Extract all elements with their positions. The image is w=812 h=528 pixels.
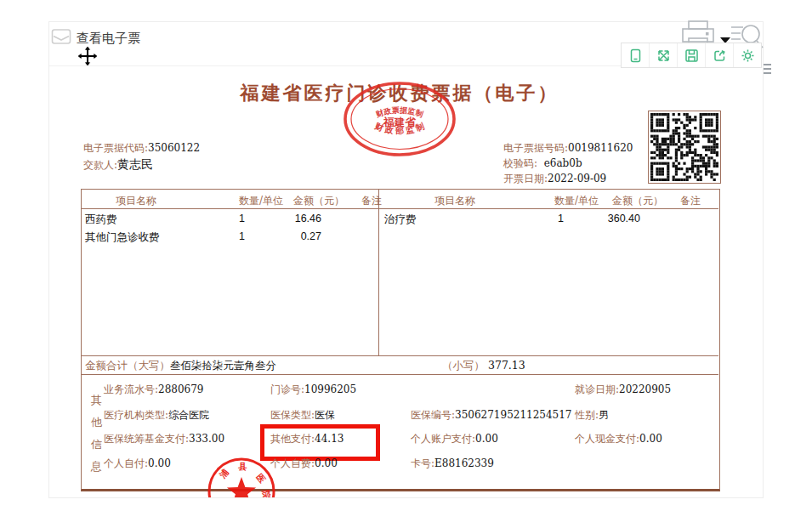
field-check-code: 校验码: e6ab0b [503,156,582,171]
export-icon [713,48,727,63]
clipped-edge-icon [764,61,771,82]
col-header-note-left: 备注 [346,194,397,208]
other-info-label-char: 信 [91,437,102,452]
screen: { "viewer": { "title": "查看电子票", "icons":… [0,0,812,528]
stamp-char: 县 [238,462,247,471]
envelope-icon [51,28,71,45]
total-row-top-line [81,355,718,356]
hospital-stamp: 浦 县 医 院 [202,455,281,497]
total-amount: （小写） 377.13 [442,359,525,373]
export-button[interactable] [706,43,734,67]
field-insurance-type: 医保类型:医保 [270,408,335,423]
item-amount: 360.40 [574,213,640,224]
qr-code [648,111,721,184]
save-button[interactable] [678,43,706,67]
stamp-char: 医 [254,472,267,485]
field-issue-date: 开票日期:2022-09-09 [503,172,606,186]
save-icon [684,48,699,63]
field-personal-cash-payment: 个人现金支付:0.00 [575,432,662,446]
mobile-view-button[interactable] [622,43,650,67]
field-outpatient-number: 门诊号:10996205 [270,383,356,397]
col-header-amount-right: 金额（元） [604,194,672,208]
stamp-char: 院 [261,489,272,497]
other-info-label-char: 息 [91,459,102,474]
field-card-number: 卡号:E88162339 [411,457,494,471]
total-capital: 金额合计（大写）叁佰柒拾柒元壹角叁分 [85,359,276,373]
move-cursor-icon [77,46,98,66]
field-institution-type: 医疗机构类型:综合医院 [104,408,209,423]
col-header-name-right: 项目名称 [408,194,502,208]
viewer-toolbar [621,43,762,68]
header-row-line [81,208,718,209]
item-name: 其他门急诊收费 [85,230,160,245]
field-payer: 交款人:黄志民 [83,157,153,173]
field-ticket-number: 电子票据号码:0019811620 [503,141,633,156]
other-info-label-char: 他 [91,415,102,430]
item-amount: 0.27 [255,230,321,242]
field-personal-account-payment: 个人账户支付:0.00 [411,432,498,446]
item-name: 西药费 [85,213,117,227]
total-row-bottom-line [81,374,718,375]
field-personal-self-paid: 个人自费:0.00 [270,457,338,471]
field-pooled-fund-payment: 医保统筹基金支付:333.00 [104,432,224,446]
field-personal-copay: 个人自付:0.00 [104,457,171,471]
item-name: 治疗费 [384,213,417,227]
col-header-note-right: 备注 [665,194,716,208]
field-visit-date: 就诊日期:20220905 [575,383,671,397]
item-qty: 1 [558,213,564,224]
field-other-payment: 其他支付:44.13 [270,432,344,446]
star-icon [227,477,256,497]
fullscreen-button[interactable] [650,43,678,67]
field-gender: 性别:男 [575,408,609,423]
table-mid-divider [378,189,379,355]
col-header-name-left: 项目名称 [89,194,183,208]
col-header-amount-left: 金额（元） [285,194,353,208]
gear-icon [741,48,755,63]
item-qty: 1 [239,230,245,242]
other-info-label-char: 其 [91,393,102,408]
item-amount: 16.46 [255,213,321,224]
settings-button[interactable] [734,43,761,67]
field-insurance-number: 医保编号:350627195211254517 [411,408,571,423]
field-serial-number: 业务流水号:2880679 [104,383,204,397]
fullscreen-icon [656,48,671,63]
page-title: 查看电子票 [77,31,140,47]
item-qty: 1 [239,213,245,224]
field-ticket-code: 电子票据代码:35060122 [83,141,200,156]
oval-stamp: 财政票据监制 福建省 财 政 部 监 制 [341,79,458,159]
mobile-view-icon [628,48,643,63]
